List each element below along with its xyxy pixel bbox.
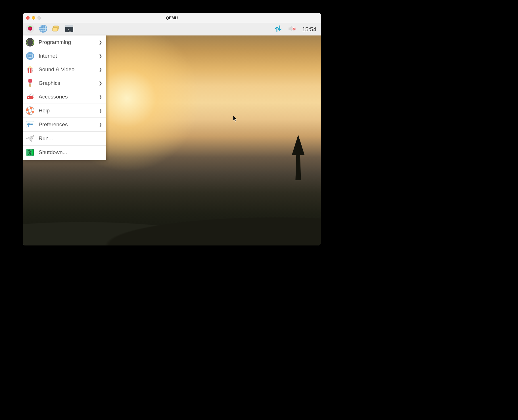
menu-item-sound-video[interactable]: Sound & Video ❯ (23, 63, 106, 76)
svg-rect-25 (27, 96, 34, 99)
globe-icon (39, 24, 48, 34)
svg-point-33 (28, 123, 30, 124)
svg-point-34 (31, 124, 32, 125)
panel-clock[interactable]: 15:54 (302, 26, 316, 33)
popcorn-icon (25, 64, 35, 75)
exit-icon (25, 147, 35, 158)
network-indicator[interactable] (273, 24, 283, 34)
menu-item-help[interactable]: Help ❯ (23, 104, 106, 117)
window-title: QEMU (166, 16, 178, 20)
application-menu: { } Programming ❯ Internet ❯ Sound & Vid… (23, 35, 106, 160)
menu-item-label: Programming (39, 39, 95, 45)
menu-item-accessories[interactable]: Accessories ❯ (23, 90, 106, 104)
svg-rect-38 (32, 150, 34, 155)
menu-item-label: Help (39, 108, 95, 114)
chevron-right-icon: ❯ (99, 108, 102, 113)
svg-rect-17 (28, 68, 29, 73)
menu-item-shutdown[interactable]: Shutdown... (23, 146, 106, 159)
raspberry-icon (26, 24, 35, 34)
menu-item-label: Preferences (39, 121, 95, 128)
menu-item-label: Accessories (39, 94, 95, 100)
menu-item-label: Sound & Video (39, 66, 95, 73)
menu-item-label: Run... (39, 135, 102, 142)
paper-plane-icon (25, 133, 35, 144)
menu-item-run[interactable]: Run... (23, 132, 106, 145)
svg-rect-9 (53, 28, 58, 31)
taskbar: >_ 15:54 (23, 23, 321, 35)
chevron-right-icon: ❯ (99, 81, 102, 85)
svg-text:{ }: { } (26, 39, 35, 45)
menu-item-graphics[interactable]: Graphics ❯ (23, 76, 106, 90)
menu-item-label: Shutdown... (39, 149, 102, 156)
menu-item-label: Internet (39, 53, 95, 59)
folders-icon (52, 24, 61, 34)
menu-item-internet[interactable]: Internet ❯ (23, 49, 106, 63)
chevron-right-icon: ❯ (99, 67, 102, 72)
paint-brush-icon (25, 78, 35, 88)
window-minimize-button[interactable] (32, 16, 35, 20)
chevron-right-icon: ❯ (99, 94, 102, 99)
network-arrows-icon (274, 24, 283, 34)
window-controls (26, 16, 41, 20)
svg-point-37 (28, 150, 30, 151)
chevron-right-icon: ❯ (99, 54, 102, 58)
sliders-icon (25, 119, 35, 130)
svg-point-22 (31, 67, 32, 68)
chevron-right-icon: ❯ (99, 40, 102, 45)
svg-rect-11 (65, 25, 73, 27)
menu-item-preferences[interactable]: Preferences ❯ (23, 118, 106, 131)
svg-point-28 (28, 109, 32, 112)
svg-rect-24 (29, 83, 31, 84)
code-braces-icon: { } (25, 37, 35, 47)
volume-muted-icon (287, 24, 296, 34)
svg-point-26 (28, 97, 29, 98)
terminal-launcher[interactable]: >_ (64, 24, 74, 34)
guest-screen: >_ 15:54 (23, 23, 321, 245)
qemu-window: QEMU (23, 13, 321, 245)
window-titlebar: QEMU (23, 13, 321, 23)
window-close-button[interactable] (26, 16, 30, 20)
terminal-icon: >_ (65, 24, 74, 34)
file-manager-launcher[interactable] (51, 24, 61, 34)
menu-item-programming[interactable]: { } Programming ❯ (23, 35, 106, 49)
raspberry-menu-button[interactable] (25, 24, 35, 34)
window-zoom-button[interactable] (37, 16, 41, 20)
svg-rect-19 (32, 68, 32, 73)
svg-point-35 (28, 125, 29, 127)
web-browser-launcher[interactable] (38, 24, 48, 34)
chevron-right-icon: ❯ (99, 122, 102, 127)
menu-item-label: Graphics (39, 80, 95, 86)
lifebuoy-icon (25, 106, 35, 116)
wallpaper-pagoda (293, 135, 304, 180)
volume-indicator[interactable] (287, 24, 297, 34)
svg-text:>_: >_ (67, 28, 71, 32)
globe-icon (25, 51, 35, 61)
svg-point-6 (30, 28, 31, 29)
svg-rect-23 (28, 79, 32, 83)
svg-rect-18 (30, 68, 31, 73)
swiss-knife-icon (25, 92, 35, 102)
